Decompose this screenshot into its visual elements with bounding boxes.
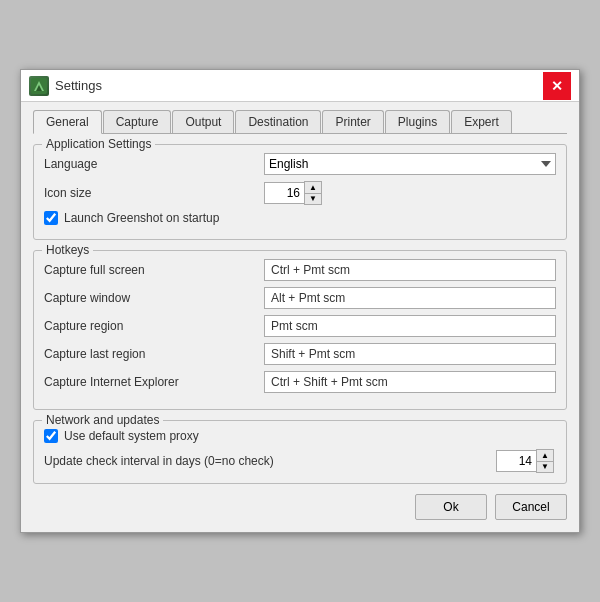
- language-control: English: [264, 153, 556, 175]
- update-up[interactable]: ▲: [537, 450, 553, 461]
- language-label: Language: [44, 157, 264, 171]
- tab-printer[interactable]: Printer: [322, 110, 383, 133]
- hotkey-input-4[interactable]: [264, 371, 556, 393]
- update-spinbox-buttons: ▲ ▼: [536, 449, 554, 473]
- hotkey-row-4: Capture Internet Explorer: [44, 371, 556, 393]
- hotkey-control-2: [264, 315, 556, 337]
- close-button[interactable]: ✕: [543, 72, 571, 100]
- update-row: Update check interval in days (0=no chec…: [44, 449, 556, 473]
- window-title: Settings: [55, 78, 102, 93]
- hotkeys-section: Hotkeys Capture full screen Capture wind…: [33, 250, 567, 410]
- launch-checkbox-row: Launch Greenshot on startup: [44, 211, 556, 225]
- app-icon: [29, 76, 49, 96]
- network-section: Network and updates Use default system p…: [33, 420, 567, 484]
- icon-size-buttons: ▲ ▼: [304, 181, 322, 205]
- update-label: Update check interval in days (0=no chec…: [44, 454, 496, 468]
- hotkey-input-1[interactable]: [264, 287, 556, 309]
- hotkey-control-4: [264, 371, 556, 393]
- settings-window: Settings ✕ General Capture Output Destin…: [20, 69, 580, 533]
- app-settings-section: Application Settings Language English Ic…: [33, 144, 567, 240]
- hotkey-control-0: [264, 259, 556, 281]
- tab-expert[interactable]: Expert: [451, 110, 512, 133]
- icon-size-input[interactable]: [264, 182, 304, 204]
- tabs-bar: General Capture Output Destination Print…: [33, 110, 567, 134]
- icon-size-label: Icon size: [44, 186, 264, 200]
- icon-size-up[interactable]: ▲: [305, 182, 321, 193]
- hotkey-row-0: Capture full screen: [44, 259, 556, 281]
- network-title: Network and updates: [42, 413, 163, 427]
- language-select[interactable]: English: [264, 153, 556, 175]
- proxy-label: Use default system proxy: [64, 429, 199, 443]
- hotkey-label-3: Capture last region: [44, 347, 264, 361]
- tab-general[interactable]: General: [33, 110, 102, 134]
- launch-checkbox[interactable]: [44, 211, 58, 225]
- window-content: General Capture Output Destination Print…: [21, 102, 579, 532]
- update-spinbox: ▲ ▼: [496, 449, 556, 473]
- icon-size-down[interactable]: ▼: [305, 193, 321, 204]
- hotkey-label-2: Capture region: [44, 319, 264, 333]
- hotkey-control-3: [264, 343, 556, 365]
- language-row: Language English: [44, 153, 556, 175]
- ok-button[interactable]: Ok: [415, 494, 487, 520]
- tab-plugins[interactable]: Plugins: [385, 110, 450, 133]
- proxy-checkbox-row: Use default system proxy: [44, 429, 556, 443]
- title-bar: Settings ✕: [21, 70, 579, 102]
- icon-size-row: Icon size ▲ ▼: [44, 181, 556, 205]
- launch-label: Launch Greenshot on startup: [64, 211, 219, 225]
- hotkey-control-1: [264, 287, 556, 309]
- hotkey-row-2: Capture region: [44, 315, 556, 337]
- hotkey-input-0[interactable]: [264, 259, 556, 281]
- update-down[interactable]: ▼: [537, 461, 553, 472]
- hotkey-label-1: Capture window: [44, 291, 264, 305]
- tab-destination[interactable]: Destination: [235, 110, 321, 133]
- hotkey-label-4: Capture Internet Explorer: [44, 375, 264, 389]
- tab-capture[interactable]: Capture: [103, 110, 172, 133]
- hotkey-input-3[interactable]: [264, 343, 556, 365]
- cancel-button[interactable]: Cancel: [495, 494, 567, 520]
- hotkey-row-3: Capture last region: [44, 343, 556, 365]
- hotkey-row-1: Capture window: [44, 287, 556, 309]
- proxy-checkbox[interactable]: [44, 429, 58, 443]
- hotkeys-title: Hotkeys: [42, 243, 93, 257]
- hotkey-input-2[interactable]: [264, 315, 556, 337]
- hotkey-label-0: Capture full screen: [44, 263, 264, 277]
- title-bar-left: Settings: [29, 76, 102, 96]
- dialog-buttons: Ok Cancel: [33, 494, 567, 520]
- tab-output[interactable]: Output: [172, 110, 234, 133]
- icon-size-spinbox: ▲ ▼: [264, 181, 324, 205]
- update-input[interactable]: [496, 450, 536, 472]
- app-settings-title: Application Settings: [42, 137, 155, 151]
